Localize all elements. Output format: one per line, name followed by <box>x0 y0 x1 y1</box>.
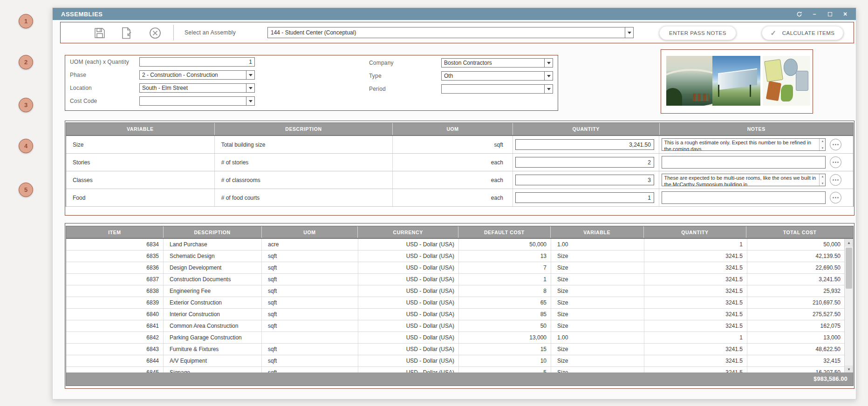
maximize-button[interactable] <box>827 11 833 17</box>
save-icon[interactable] <box>93 27 106 40</box>
scrollbar-thumb[interactable] <box>846 248 852 289</box>
item-row-6835[interactable]: 6835Schematic DesignsqftUSD - Dollar (US… <box>66 250 845 262</box>
scroll-up-icon[interactable]: ▲ <box>821 175 824 178</box>
notes-ellipsis-button[interactable] <box>830 139 841 150</box>
notes-ellipsis-button[interactable] <box>830 156 841 168</box>
phase-select-arrow[interactable] <box>246 71 254 79</box>
item-cell: Size <box>551 262 644 273</box>
enter-pass-notes-button[interactable]: ENTER PASS NOTES <box>659 26 736 40</box>
variable-notes-input[interactable]: These are expected to be multi-use rooms… <box>662 174 826 186</box>
variable-notes-input[interactable] <box>662 191 826 204</box>
scroll-up-icon[interactable]: ▲ <box>821 140 824 142</box>
item-cell: Engineering Fee <box>164 285 262 297</box>
item-row-6842[interactable]: 6842Parking Garage ConstructionUSD - Dol… <box>66 332 845 344</box>
item-cell: 6834 <box>66 239 164 250</box>
variable-name: Food <box>66 189 215 206</box>
variable-notes-input[interactable]: This is a rough estimate only. Expect th… <box>662 138 826 151</box>
item-row-6837[interactable]: 6837Construction DocumentssqftUSD - Doll… <box>66 274 845 285</box>
phase-select[interactable]: 2 - Construction - Construction <box>139 70 255 80</box>
item-cell: Parking Garage Construction <box>164 332 262 343</box>
scroll-down-icon[interactable]: ▼ <box>821 182 824 185</box>
items-table: ITEMDESCRIPTIONUOMCURRENCYDEFAULT COSTVA… <box>66 226 854 386</box>
item-cell: Common Area Construction <box>164 320 262 332</box>
scroll-up-icon[interactable]: ▲ <box>845 239 853 247</box>
notes-ellipsis-button[interactable] <box>830 192 841 203</box>
window-titlebar[interactable]: ASSEMBLIES – × <box>53 8 856 20</box>
item-cell: A/V Equipment <box>164 355 262 366</box>
company-select[interactable]: Boston Contractors <box>441 58 553 68</box>
item-row-6843[interactable]: 6843Furniture & FixturessqftUSD - Dollar… <box>66 344 845 355</box>
item-cell: 50,000 <box>747 239 845 250</box>
item-cell: 6841 <box>66 320 164 332</box>
step-marker-1: 1 <box>19 14 33 28</box>
assembly-dropdown-arrow[interactable] <box>625 27 633 38</box>
cost-code-select[interactable] <box>139 96 255 106</box>
company-value: Boston Contractors <box>442 59 544 67</box>
scroll-down-icon[interactable]: ▼ <box>821 147 824 149</box>
cost-code-select-arrow[interactable] <box>246 97 254 105</box>
window-title: ASSEMBLIES <box>61 11 103 18</box>
notes-ellipsis-button[interactable] <box>830 174 841 186</box>
item-cell: 3241.5 <box>644 285 747 297</box>
maximize-icon <box>828 12 832 16</box>
item-row-6841[interactable]: 6841Common Area ConstructionsqftUSD - Do… <box>66 320 845 332</box>
item-row-6836[interactable]: 6836Design DevelopmentsqftUSD - Dollar (… <box>66 262 845 274</box>
column-header-default-cost: DEFAULT COST <box>458 226 551 238</box>
item-cell: USD - Dollar (USA) <box>358 262 459 273</box>
item-row-6838[interactable]: 6838Engineering FeesqftUSD - Dollar (USA… <box>66 285 845 297</box>
item-cell: 3241.5 <box>644 262 747 273</box>
item-row-6839[interactable]: 6839Exterior ConstructionsqftUSD - Dolla… <box>66 297 845 309</box>
variables-table-header: VARIABLEDESCRIPTIONUOMQUANTITYNOTES <box>66 123 853 136</box>
items-scrollbar[interactable]: ▲ ▼ <box>844 239 853 373</box>
item-cell: sqft <box>262 262 358 273</box>
variable-notes-text <box>662 192 825 192</box>
cancel-icon[interactable] <box>149 27 162 40</box>
item-cell: 6844 <box>66 355 164 366</box>
assembly-dropdown[interactable]: 144 - Student Center (Conceptual) <box>267 27 634 38</box>
notes-scrollbar[interactable]: ▲▼ <box>819 139 825 150</box>
variable-quantity-input[interactable] <box>515 139 654 150</box>
chevron-down-icon <box>249 87 253 89</box>
minimize-button[interactable]: – <box>811 11 818 17</box>
location-select[interactable]: South - Elm Street <box>139 83 255 93</box>
company-label: Company <box>369 58 394 68</box>
items-section: ITEMDESCRIPTIONUOMCURRENCYDEFAULT COSTVA… <box>65 223 854 389</box>
item-row-6834[interactable]: 6834Land PurchaseacreUSD - Dollar (USA)5… <box>66 239 845 250</box>
notes-scrollbar[interactable]: ▲▼ <box>819 174 825 186</box>
item-cell: Size <box>551 274 644 285</box>
type-value: Oth <box>442 72 544 80</box>
item-cell: Size <box>551 355 644 366</box>
type-select[interactable]: Oth <box>441 71 553 81</box>
close-button[interactable]: × <box>842 11 848 17</box>
company-select-arrow[interactable] <box>544 59 553 67</box>
type-select-arrow[interactable] <box>544 72 553 80</box>
cost-code-value <box>140 97 246 105</box>
item-row-6840[interactable]: 6840Interior ConstructionsqftUSD - Dolla… <box>66 309 845 320</box>
period-select[interactable] <box>441 84 553 94</box>
refresh-icon[interactable] <box>796 11 802 17</box>
item-cell: 6840 <box>66 309 164 320</box>
variable-quantity-input[interactable] <box>515 157 654 168</box>
variable-notes-input[interactable] <box>662 156 826 169</box>
variable-quantity-cell <box>513 189 660 206</box>
chevron-down-icon <box>249 100 253 102</box>
item-cell: 8 <box>459 285 551 297</box>
assembly-dropdown-value: 144 - Student Center (Conceptual) <box>268 27 625 38</box>
column-header-description: DESCRIPTION <box>215 123 393 135</box>
period-select-arrow[interactable] <box>544 85 553 93</box>
column-header-quantity: QUANTITY <box>513 123 660 135</box>
item-cell: 50 <box>459 320 551 332</box>
item-row-6844[interactable]: 6844A/V EquipmentsqftUSD - Dollar (USA)1… <box>66 355 845 367</box>
location-select-arrow[interactable] <box>246 84 254 92</box>
location-value: South - Elm Street <box>140 84 246 92</box>
variables-section: VARIABLEDESCRIPTIONUOMQUANTITYNOTES Size… <box>65 121 854 216</box>
column-header-item: ITEM <box>66 226 164 238</box>
calculate-items-button[interactable]: ✓ CALCULATE ITEMS <box>762 26 843 40</box>
variable-notes-cell <box>659 154 853 171</box>
uom-quantity-input[interactable] <box>139 57 255 67</box>
variable-quantity-input[interactable] <box>515 192 654 203</box>
variable-name: Size <box>66 136 215 153</box>
item-cell: 3241.5 <box>644 274 747 285</box>
export-document-icon[interactable] <box>120 27 133 40</box>
variable-quantity-input[interactable] <box>515 175 654 185</box>
